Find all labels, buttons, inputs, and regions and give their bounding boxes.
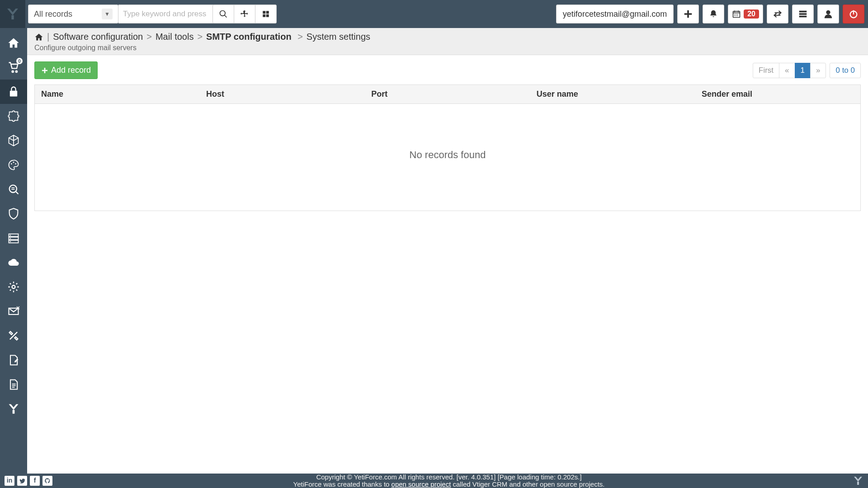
power-icon (849, 9, 859, 19)
footer-line2: YetiForce was created thanks to open sou… (52, 481, 845, 488)
pager-group: First « 1 » (753, 63, 826, 78)
github-link[interactable] (42, 476, 52, 486)
records-table: Name Host Port User name Sender email No… (34, 84, 861, 211)
palette-icon (7, 159, 20, 171)
plus-icon (41, 67, 48, 74)
footer-link[interactable]: open source project (392, 480, 451, 488)
main-content: | Software configuration > Mail tools > … (27, 28, 868, 474)
lock-icon (7, 85, 20, 98)
sidebar-item-mail[interactable] (0, 299, 27, 324)
gear-icon (7, 281, 20, 293)
svg-point-31 (10, 238, 11, 239)
sidebar-item-server[interactable] (0, 226, 27, 250)
calendar-icon (732, 9, 741, 19)
pager-first[interactable]: First (753, 63, 779, 78)
search-icon (219, 9, 228, 19)
svg-rect-13 (799, 11, 807, 13)
cart-badge: 0 (16, 58, 23, 64)
home-icon[interactable] (34, 33, 43, 42)
pager-range[interactable]: 0 to 0 (830, 63, 861, 78)
sidebar-item-lock[interactable] (0, 80, 27, 104)
svg-line-1 (225, 15, 227, 18)
chevron-down-icon: ▼ (102, 9, 113, 19)
sidebar-item-cloud[interactable] (0, 250, 27, 275)
top-bar: All records ▼ yetiforcetestmail@gmail.co… (0, 0, 868, 28)
twitter-icon (19, 478, 25, 484)
add-record-button[interactable]: Add record (34, 61, 98, 79)
col-host[interactable]: Host (200, 85, 365, 104)
records-select[interactable]: All records ▼ (28, 5, 118, 23)
mail-icon (7, 305, 20, 318)
col-user-name[interactable]: User name (530, 85, 695, 104)
app-logo[interactable] (0, 0, 25, 28)
breadcrumb: | Software configuration > Mail tools > … (34, 32, 861, 42)
cube-icon (7, 134, 20, 147)
sidebar-item-search-doc[interactable] (0, 177, 27, 202)
user-email-display[interactable]: yetiforcetestmail@gmail.com (556, 5, 674, 23)
sidebar-item-doc-edit[interactable] (0, 348, 27, 372)
sidebar-item-cube[interactable] (0, 128, 27, 153)
pager-prev[interactable]: « (779, 63, 795, 78)
breadcrumb-part-3[interactable]: System settings (307, 32, 370, 42)
svg-rect-2 (263, 11, 265, 14)
breadcrumb-sep: | (47, 32, 49, 42)
sidebar-item-palette[interactable] (0, 153, 27, 177)
user-button[interactable] (817, 5, 839, 23)
sidebar-item-doc[interactable] (0, 372, 27, 397)
svg-rect-4 (263, 14, 265, 17)
svg-point-21 (13, 162, 14, 163)
list-button[interactable] (792, 5, 814, 23)
svg-line-24 (16, 192, 19, 194)
pager: First « 1 » 0 to 0 (753, 63, 861, 78)
svg-rect-5 (266, 14, 269, 17)
server-icon (7, 232, 20, 244)
calendar-button[interactable]: 20 (728, 5, 763, 23)
col-sender[interactable]: Sender email (695, 85, 860, 104)
search-button[interactable] (212, 5, 234, 23)
doc-icon (7, 378, 20, 391)
sidebar-item-tools[interactable] (0, 324, 27, 348)
grid-button[interactable] (255, 5, 277, 23)
social-links: in f (5, 476, 52, 486)
sidebar-item-puzzle[interactable] (0, 104, 27, 128)
pager-next[interactable]: » (810, 63, 826, 78)
notifications-button[interactable] (703, 5, 724, 23)
sidebar-item-gear[interactable] (0, 275, 27, 299)
footer-logo (845, 475, 863, 486)
puzzle-icon (7, 110, 20, 122)
search-input[interactable] (118, 5, 213, 23)
sidebar-item-shield[interactable] (0, 202, 27, 226)
breadcrumb-part-2[interactable]: SMTP configuration (206, 32, 292, 42)
pager-current[interactable]: 1 (795, 63, 811, 78)
sidebar-item-cart[interactable]: 0 (0, 55, 27, 80)
toolbar-row: Add record First « 1 » 0 to 0 (34, 61, 861, 79)
linkedin-link[interactable]: in (5, 476, 14, 486)
svg-point-23 (9, 185, 17, 192)
svg-rect-3 (266, 11, 269, 14)
history-button[interactable] (767, 5, 788, 23)
col-port[interactable]: Port (365, 85, 530, 104)
col-name[interactable]: Name (35, 85, 200, 104)
quick-add-button[interactable] (677, 5, 699, 23)
advanced-search-button[interactable] (234, 5, 255, 23)
breadcrumb-sep: > (197, 32, 203, 42)
exchange-icon (773, 9, 783, 19)
logout-button[interactable] (843, 5, 864, 23)
sidebar-item-yetiforce[interactable] (0, 397, 27, 421)
sidebar-item-home[interactable] (0, 31, 27, 55)
breadcrumb-part-1[interactable]: Mail tools (156, 32, 193, 42)
list-icon (798, 9, 808, 19)
yetiforce-logo-icon (5, 7, 20, 21)
topbar-right: yetiforcetestmail@gmail.com 20 (556, 5, 864, 23)
facebook-link[interactable]: f (30, 476, 40, 486)
svg-rect-6 (733, 11, 740, 17)
twitter-link[interactable] (17, 476, 27, 486)
breadcrumb-part-0[interactable]: Software configuration (53, 32, 143, 42)
svg-point-22 (15, 163, 16, 164)
user-email-text: yetiforcetestmail@gmail.com (563, 9, 667, 19)
breadcrumb-sep: > (146, 32, 152, 42)
search-doc-icon (7, 183, 20, 196)
svg-point-0 (220, 11, 226, 16)
records-select-label: All records (34, 9, 72, 19)
plus-icon (683, 9, 693, 19)
